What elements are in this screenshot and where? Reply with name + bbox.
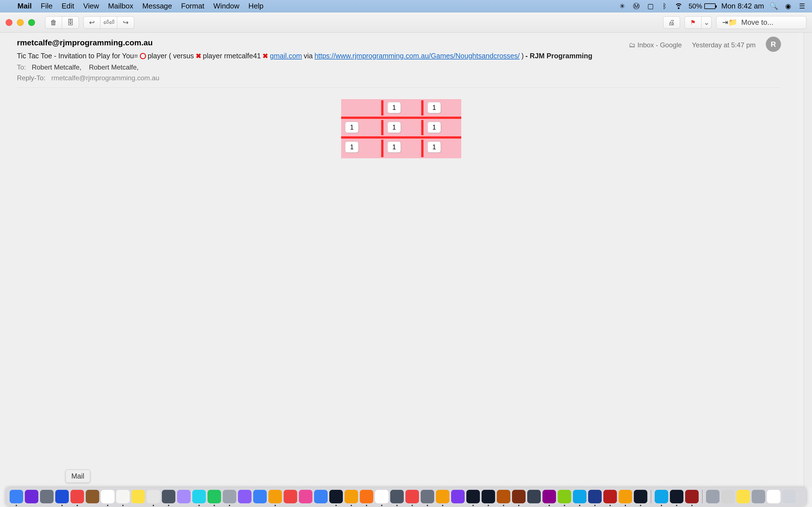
window-zoom-button[interactable] [28,19,35,26]
menu-edit[interactable]: Edit [61,2,74,10]
dock-app[interactable] [558,490,571,503]
dock-app[interactable] [116,490,130,503]
dock-app[interactable] [466,490,480,503]
window-close-button[interactable] [6,19,12,26]
board-cell[interactable]: 1 [381,119,421,138]
dock-app[interactable] [268,490,282,503]
airplay-icon[interactable]: ▢ [646,2,655,10]
to-recipient-1[interactable]: Robert Metcalfe, [32,63,82,71]
move-to-button[interactable]: ⇥📁 Move to... [716,16,806,29]
dock-app[interactable] [177,490,191,503]
dock-app[interactable] [782,490,796,503]
dock-app[interactable] [767,490,780,503]
dock-app[interactable] [685,490,699,503]
dock-app[interactable] [360,490,373,503]
flag-button[interactable]: ⚑ [684,16,702,29]
board-cell[interactable]: 1 [341,119,381,138]
spotlight-icon[interactable]: 🔍 [770,2,778,10]
board-cell[interactable] [341,99,381,119]
dock-app[interactable] [451,490,465,503]
dock-app[interactable] [238,490,252,503]
board-cell[interactable]: 1 [381,99,421,119]
dock-app[interactable] [634,490,647,503]
dock-app[interactable] [132,490,145,503]
siri-icon[interactable]: ◉ [784,2,792,10]
dock-app[interactable] [345,490,358,503]
dock-app[interactable] [481,490,495,503]
board-cell[interactable]: 1 [421,119,461,138]
cell-value-stepper[interactable]: 1 [427,142,441,153]
dock-app[interactable] [375,490,389,503]
bluetooth-icon[interactable]: ᛒ [660,2,669,10]
dock-app[interactable] [25,490,38,503]
dock-app[interactable] [721,490,735,503]
board-cell[interactable]: 1 [421,99,461,119]
dock-app[interactable] [70,490,84,503]
dock-app[interactable] [588,490,602,503]
dock-app[interactable] [573,490,587,503]
menu-mailbox[interactable]: Mailbox [108,2,133,10]
delete-button[interactable]: 🗑 [45,16,62,29]
cell-value-stepper[interactable]: 1 [388,102,401,113]
menu-format[interactable]: Format [181,2,204,10]
menubar-extra-icon-1[interactable]: ✳ [618,2,626,10]
subject-game-link[interactable]: https://www.rjmprogramming.com.au/Games/… [314,52,520,60]
dock-app[interactable] [603,490,617,503]
vertical-scrollbar[interactable] [804,33,812,487]
cell-value-stepper[interactable]: 1 [427,122,441,133]
menu-app-name[interactable]: Mail [17,2,32,10]
cell-value-stepper[interactable]: 1 [388,122,401,133]
dock-app[interactable] [737,490,750,503]
dock-app[interactable] [55,490,69,503]
dock-app[interactable] [329,490,343,503]
dock-app[interactable] [40,490,54,503]
archive-button[interactable]: 🗄 [62,16,79,29]
forward-button[interactable]: ↪ [117,16,134,29]
menu-window[interactable]: Window [213,2,239,10]
print-button[interactable]: 🖨 [663,16,680,29]
dock-app[interactable] [223,490,236,503]
subject-gmail-link[interactable]: gmail.com [270,52,302,60]
dock-app[interactable] [390,490,404,503]
menu-message[interactable]: Message [142,2,172,10]
wifi-icon[interactable] [674,2,683,10]
notification-center-icon[interactable]: ☰ [798,2,806,10]
dock-app[interactable] [655,490,668,503]
menu-view[interactable]: View [83,2,99,10]
dock-app[interactable] [162,490,175,503]
dock-app[interactable] [706,490,719,503]
dock-app[interactable] [543,490,556,503]
menubar-clock[interactable]: Mon 8:42 am [721,2,764,10]
dock-app[interactable] [405,490,419,503]
dock-app[interactable] [10,490,23,503]
battery-status[interactable]: 50% [689,2,716,10]
dock-app[interactable] [436,490,449,503]
cell-value-stepper[interactable]: 1 [388,142,401,153]
header-from[interactable]: rmetcalfe@rjmprogramming.com.au [17,38,153,47]
dock-app[interactable] [752,490,765,503]
dock-app[interactable] [284,490,297,503]
dock-app[interactable] [86,490,99,503]
window-minimize-button[interactable] [17,19,24,26]
dock-app[interactable] [299,490,312,503]
reply-button[interactable]: ↩ [84,16,100,29]
board-cell[interactable]: 1 [341,138,381,158]
dock-app[interactable] [497,490,510,503]
cell-value-stepper[interactable]: 1 [345,142,359,153]
reply-all-button[interactable]: ⏎⏎ [100,16,117,29]
to-recipient-2[interactable]: Robert Metcalfe, [89,63,139,71]
cell-value-stepper[interactable]: 1 [427,102,441,113]
dock-app[interactable] [527,490,541,503]
dock-app[interactable] [207,490,221,503]
dock-app[interactable] [670,490,683,503]
dock-app[interactable] [421,490,434,503]
dock-app[interactable] [314,490,327,503]
menu-help[interactable]: Help [248,2,263,10]
flag-menu-button[interactable]: ⌄ [702,16,712,29]
dock-app[interactable] [619,490,632,503]
cell-value-stepper[interactable]: 1 [345,122,359,133]
header-mailbox[interactable]: 🗂 Inbox - Google [629,41,682,49]
dock-app[interactable] [101,490,114,503]
sender-avatar[interactable]: R [766,37,781,52]
board-cell[interactable]: 1 [381,138,421,158]
